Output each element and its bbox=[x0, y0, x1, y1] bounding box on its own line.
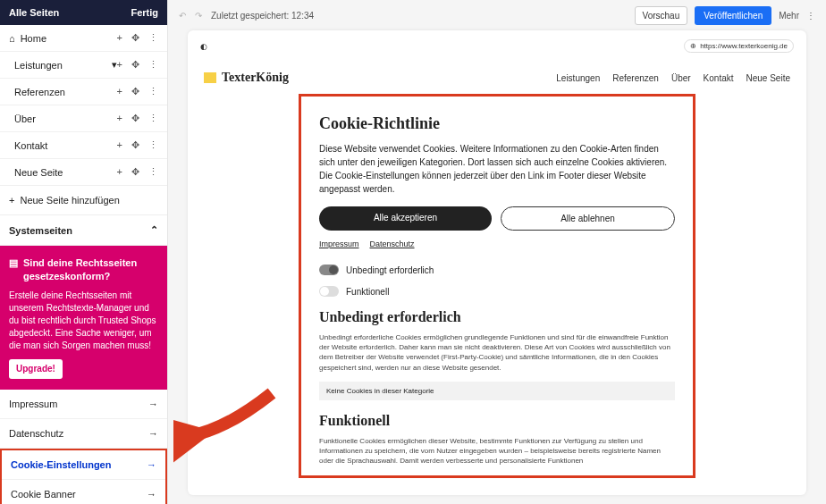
move-icon[interactable]: ✥ bbox=[131, 59, 139, 71]
highlight-box: Cookie-Einstellungen → Cookie Banner → bbox=[0, 449, 167, 504]
arrow-right-icon: → bbox=[147, 459, 156, 470]
accept-all-button[interactable]: Alle akzeptieren bbox=[319, 206, 492, 231]
arrow-right-icon: → bbox=[147, 489, 156, 500]
required-heading: Unbedingt erforderlich bbox=[319, 309, 675, 325]
promo-box: ▤ Sind deine Rechtsseiten gesetzeskonfor… bbox=[0, 246, 167, 390]
sidebar-header: Alle Seiten Fertig bbox=[0, 0, 167, 25]
nav-link[interactable]: Kontakt bbox=[704, 73, 734, 83]
url-text: https://www.texterkoenig.de bbox=[700, 42, 788, 50]
sidebar: Alle Seiten Fertig ⌂ Home +✥⋮ Leistungen… bbox=[0, 0, 168, 504]
required-desc: Unbedingt erforderliche Cookies ermöglic… bbox=[319, 332, 675, 373]
site-logo[interactable]: TexterKönig bbox=[204, 71, 289, 85]
syslink-label: Impressum bbox=[9, 399, 57, 409]
annotation-arrow bbox=[173, 384, 281, 465]
page-name: Über bbox=[14, 113, 117, 124]
system-pages-label: Systemseiten bbox=[9, 225, 72, 236]
syslink-cookie-banner[interactable]: Cookie Banner → bbox=[2, 480, 165, 504]
chevron-up-icon: ⌃ bbox=[150, 224, 158, 236]
syslink-label: Cookie-Einstellungen bbox=[11, 459, 111, 470]
plus-icon: + bbox=[9, 195, 14, 206]
page-row-neueseite[interactable]: Neue Seite +✥⋮ bbox=[0, 159, 167, 186]
arrow-right-icon: → bbox=[148, 428, 158, 439]
all-pages-label[interactable]: Alle Seiten bbox=[9, 7, 59, 18]
more-icon[interactable]: ⋮ bbox=[148, 139, 158, 151]
toggle-functional[interactable] bbox=[319, 286, 339, 297]
nav-link[interactable]: Über bbox=[671, 73, 691, 83]
add-page-button[interactable]: + Neue Seite hinzufügen bbox=[0, 186, 167, 215]
move-icon[interactable]: ✥ bbox=[131, 113, 139, 124]
functional-desc: Funktionelle Cookies ermöglichen dieser … bbox=[319, 436, 675, 466]
upgrade-button[interactable]: Upgrade! bbox=[9, 359, 63, 379]
toggle-required[interactable] bbox=[319, 265, 339, 275]
site-nav: TexterKönig Leistungen Referenzen Über K… bbox=[188, 62, 806, 94]
toggle-required-label: Unbedingt erforderlich bbox=[346, 265, 434, 275]
system-pages-header[interactable]: Systemseiten ⌃ bbox=[0, 215, 167, 246]
add-icon[interactable]: + bbox=[117, 139, 122, 151]
dark-mode-icon[interactable]: ◐ bbox=[200, 42, 207, 51]
nav-link[interactable]: Neue Seite bbox=[746, 73, 790, 83]
add-icon[interactable]: + bbox=[117, 32, 122, 44]
nav-link[interactable]: Referenzen bbox=[612, 73, 659, 83]
more-icon[interactable]: ⋮ bbox=[806, 11, 815, 21]
add-icon[interactable]: + bbox=[117, 59, 122, 71]
editor-topbar: ↶ ↷ Zuletzt gespeichert: 12:34 Vorschau … bbox=[168, 0, 826, 30]
page-name: Neue Seite bbox=[14, 167, 117, 178]
add-icon[interactable]: + bbox=[117, 113, 122, 124]
move-icon[interactable]: ✥ bbox=[131, 166, 139, 178]
promo-title-text: Sind deine Rechtsseiten gesetzeskonform? bbox=[23, 256, 158, 284]
page-name: Home bbox=[21, 33, 117, 44]
cookie-policy-content: Cookie-Richtlinie Diese Website verwende… bbox=[301, 114, 693, 466]
publish-button[interactable]: Veröffentlichen bbox=[695, 6, 771, 25]
add-page-label: Neue Seite hinzufügen bbox=[20, 195, 119, 206]
preview-button[interactable]: Vorschau bbox=[635, 6, 688, 25]
page-row-uber[interactable]: Über +✥⋮ bbox=[0, 105, 167, 132]
functional-heading: Funktionell bbox=[319, 413, 675, 429]
promo-body: Erstelle deine Rechtsseiten mit unserem … bbox=[9, 290, 158, 352]
page-row-home[interactable]: ⌂ Home +✥⋮ bbox=[0, 25, 167, 52]
page-name: Kontakt bbox=[14, 140, 117, 151]
syslink-impressum[interactable]: Impressum → bbox=[0, 390, 167, 419]
no-cookies-box: Keine Cookies in dieser Kategorie bbox=[319, 382, 675, 400]
url-pill[interactable]: ⊕ https://www.texterkoenig.de bbox=[684, 39, 794, 53]
arrow-right-icon: → bbox=[148, 399, 158, 409]
nav-link[interactable]: Leistungen bbox=[556, 73, 600, 83]
add-icon[interactable]: + bbox=[117, 86, 122, 97]
decline-all-button[interactable]: Alle ablehnen bbox=[501, 206, 675, 231]
more-menu[interactable]: Mehr bbox=[779, 11, 799, 21]
datenschutz-link[interactable]: Datenschutz bbox=[370, 239, 415, 248]
toggle-functional-label: Funktionell bbox=[346, 287, 389, 297]
page-list: ⌂ Home +✥⋮ Leistungen ▾ +✥⋮ Referenzen +… bbox=[0, 25, 167, 186]
done-button[interactable]: Fertig bbox=[131, 7, 158, 18]
more-icon[interactable]: ⋮ bbox=[148, 59, 158, 71]
home-icon: ⌂ bbox=[9, 33, 15, 44]
document-icon: ▤ bbox=[9, 256, 18, 284]
move-icon[interactable]: ✥ bbox=[131, 86, 139, 97]
syslink-datenschutz[interactable]: Datenschutz → bbox=[0, 419, 167, 449]
syslink-label: Cookie Banner bbox=[11, 489, 76, 500]
move-icon[interactable]: ✥ bbox=[131, 139, 139, 151]
cookie-policy-title: Cookie-Richtlinie bbox=[319, 114, 675, 133]
globe-icon: ⊕ bbox=[690, 42, 696, 50]
logo-mark bbox=[204, 72, 216, 83]
add-icon[interactable]: + bbox=[117, 166, 122, 178]
more-icon[interactable]: ⋮ bbox=[148, 32, 158, 44]
impressum-link[interactable]: Impressum bbox=[319, 239, 359, 248]
move-icon[interactable]: ✥ bbox=[131, 32, 139, 44]
nav-links: Leistungen Referenzen Über Kontakt Neue … bbox=[556, 73, 790, 83]
page-row-kontakt[interactable]: Kontakt +✥⋮ bbox=[0, 132, 167, 159]
more-icon[interactable]: ⋮ bbox=[148, 86, 158, 97]
page-name: Referenzen bbox=[14, 87, 117, 97]
syslink-label: Datenschutz bbox=[9, 428, 63, 439]
syslink-cookie-einstellungen[interactable]: Cookie-Einstellungen → bbox=[2, 450, 165, 480]
page-row-leistungen[interactable]: Leistungen ▾ +✥⋮ bbox=[0, 52, 167, 79]
more-icon[interactable]: ⋮ bbox=[148, 113, 158, 124]
content-highlight-frame: Cookie-Richtlinie Diese Website verwende… bbox=[299, 94, 695, 478]
canvas-topbar: ◐ ⊕ https://www.texterkoenig.de bbox=[188, 30, 806, 62]
more-icon[interactable]: ⋮ bbox=[148, 166, 158, 178]
undo-icon[interactable]: ↶ bbox=[179, 11, 186, 21]
page-row-referenzen[interactable]: Referenzen +✥⋮ bbox=[0, 79, 167, 105]
cookie-policy-intro: Diese Website verwendet Cookies. Weitere… bbox=[319, 142, 675, 196]
brand-name: TexterKönig bbox=[222, 71, 289, 85]
redo-icon[interactable]: ↷ bbox=[195, 11, 202, 21]
last-saved: Zuletzt gespeichert: 12:34 bbox=[211, 11, 314, 21]
